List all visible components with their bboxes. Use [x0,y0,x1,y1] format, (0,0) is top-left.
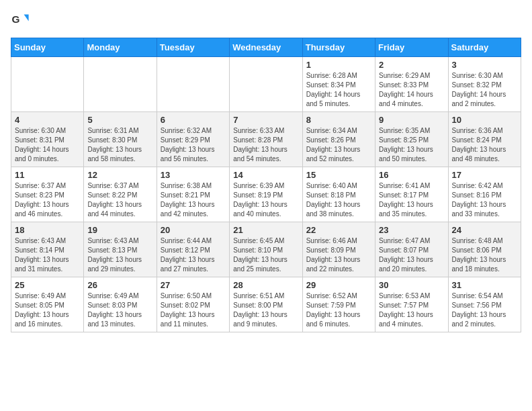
day-number: 20 [161,225,226,235]
day-info: Sunrise: 6:35 AM Sunset: 8:25 PM Dayligh… [379,126,444,164]
day-number: 4 [15,115,80,125]
calendar-day-cell: 7Sunrise: 6:33 AM Sunset: 8:28 PM Daylig… [230,112,302,167]
calendar-day-cell [230,57,302,112]
calendar-day-cell: 27Sunrise: 6:50 AM Sunset: 8:02 PM Dayli… [157,277,229,332]
calendar-day-header: Tuesday [157,38,229,57]
calendar-day-cell: 30Sunrise: 6:53 AM Sunset: 7:57 PM Dayli… [375,277,448,332]
calendar-day-cell: 22Sunrise: 6:46 AM Sunset: 8:09 PM Dayli… [302,222,375,277]
day-info: Sunrise: 6:37 AM Sunset: 8:22 PM Dayligh… [87,181,152,219]
calendar-day-header: Thursday [302,38,375,57]
day-number: 31 [452,280,517,290]
calendar-day-cell: 23Sunrise: 6:47 AM Sunset: 8:07 PM Dayli… [375,222,448,277]
calendar-day-cell: 17Sunrise: 6:42 AM Sunset: 8:16 PM Dayli… [448,167,521,222]
calendar-day-cell: 25Sunrise: 6:49 AM Sunset: 8:05 PM Dayli… [11,277,84,332]
calendar-day-cell: 18Sunrise: 6:43 AM Sunset: 8:14 PM Dayli… [11,222,84,277]
day-number: 27 [161,280,226,290]
calendar-day-cell: 26Sunrise: 6:49 AM Sunset: 8:03 PM Dayli… [84,277,157,332]
day-number: 26 [87,280,152,290]
day-info: Sunrise: 6:41 AM Sunset: 8:17 PM Dayligh… [379,181,444,219]
day-info: Sunrise: 6:31 AM Sunset: 8:30 PM Dayligh… [87,126,152,164]
day-info: Sunrise: 6:43 AM Sunset: 8:14 PM Dayligh… [15,236,80,274]
day-info: Sunrise: 6:47 AM Sunset: 8:07 PM Dayligh… [379,236,444,274]
day-info: Sunrise: 6:28 AM Sunset: 8:34 PM Dayligh… [306,71,371,109]
day-number: 23 [379,225,444,235]
calendar-day-header: Monday [84,38,157,57]
calendar-week-row: 4Sunrise: 6:30 AM Sunset: 8:31 PM Daylig… [11,112,521,167]
day-number: 21 [233,225,298,235]
calendar-day-cell: 29Sunrise: 6:52 AM Sunset: 7:59 PM Dayli… [302,277,375,332]
day-number: 15 [306,170,371,180]
calendar-day-cell: 10Sunrise: 6:36 AM Sunset: 8:24 PM Dayli… [448,112,521,167]
day-number: 24 [452,225,517,235]
day-number: 5 [87,115,152,125]
calendar-day-header: Sunday [11,38,84,57]
day-number: 8 [306,115,371,125]
calendar-day-cell: 9Sunrise: 6:35 AM Sunset: 8:25 PM Daylig… [375,112,448,167]
day-info: Sunrise: 6:30 AM Sunset: 8:32 PM Dayligh… [452,71,517,109]
calendar-day-cell: 6Sunrise: 6:32 AM Sunset: 8:29 PM Daylig… [157,112,229,167]
calendar-week-row: 11Sunrise: 6:37 AM Sunset: 8:23 PM Dayli… [11,167,521,222]
day-info: Sunrise: 6:54 AM Sunset: 7:56 PM Dayligh… [452,291,517,329]
day-info: Sunrise: 6:50 AM Sunset: 8:02 PM Dayligh… [161,291,226,329]
day-number: 25 [15,280,80,290]
day-info: Sunrise: 6:29 AM Sunset: 8:33 PM Dayligh… [379,71,444,109]
calendar-day-cell: 1Sunrise: 6:28 AM Sunset: 8:34 PM Daylig… [302,57,375,112]
day-info: Sunrise: 6:45 AM Sunset: 8:10 PM Dayligh… [233,236,298,274]
logo-icon: G [11,11,30,30]
day-info: Sunrise: 6:46 AM Sunset: 8:09 PM Dayligh… [306,236,371,274]
svg-marker-1 [24,15,29,21]
day-info: Sunrise: 6:43 AM Sunset: 8:13 PM Dayligh… [87,236,152,274]
day-number: 18 [15,225,80,235]
day-number: 2 [379,60,444,70]
day-number: 10 [452,115,517,125]
day-info: Sunrise: 6:33 AM Sunset: 8:28 PM Dayligh… [233,126,298,164]
calendar-week-row: 18Sunrise: 6:43 AM Sunset: 8:14 PM Dayli… [11,222,521,277]
calendar-day-cell: 4Sunrise: 6:30 AM Sunset: 8:31 PM Daylig… [11,112,84,167]
day-number: 6 [161,115,226,125]
day-info: Sunrise: 6:36 AM Sunset: 8:24 PM Dayligh… [452,126,517,164]
day-number: 12 [87,170,152,180]
day-info: Sunrise: 6:34 AM Sunset: 8:26 PM Dayligh… [306,126,371,164]
calendar-day-cell: 31Sunrise: 6:54 AM Sunset: 7:56 PM Dayli… [448,277,521,332]
day-number: 16 [379,170,444,180]
svg-text:G: G [11,13,19,25]
calendar-day-cell: 21Sunrise: 6:45 AM Sunset: 8:10 PM Dayli… [230,222,302,277]
day-number: 13 [161,170,226,180]
day-number: 9 [379,115,444,125]
calendar-day-cell: 20Sunrise: 6:44 AM Sunset: 8:12 PM Dayli… [157,222,229,277]
day-info: Sunrise: 6:53 AM Sunset: 7:57 PM Dayligh… [379,291,444,329]
day-number: 1 [306,60,371,70]
day-number: 11 [15,170,80,180]
day-info: Sunrise: 6:44 AM Sunset: 8:12 PM Dayligh… [161,236,226,274]
calendar-day-cell: 16Sunrise: 6:41 AM Sunset: 8:17 PM Dayli… [375,167,448,222]
calendar-day-cell [84,57,157,112]
day-info: Sunrise: 6:32 AM Sunset: 8:29 PM Dayligh… [161,126,226,164]
calendar-header-row: SundayMondayTuesdayWednesdayThursdayFrid… [11,38,521,57]
calendar-day-cell [157,57,229,112]
day-info: Sunrise: 6:30 AM Sunset: 8:31 PM Dayligh… [15,126,80,164]
day-info: Sunrise: 6:51 AM Sunset: 8:00 PM Dayligh… [233,291,298,329]
day-info: Sunrise: 6:42 AM Sunset: 8:16 PM Dayligh… [452,181,517,219]
calendar-day-cell: 2Sunrise: 6:29 AM Sunset: 8:33 PM Daylig… [375,57,448,112]
calendar-day-cell: 19Sunrise: 6:43 AM Sunset: 8:13 PM Dayli… [84,222,157,277]
calendar-day-cell: 5Sunrise: 6:31 AM Sunset: 8:30 PM Daylig… [84,112,157,167]
calendar-week-row: 1Sunrise: 6:28 AM Sunset: 8:34 PM Daylig… [11,57,521,112]
calendar-week-row: 25Sunrise: 6:49 AM Sunset: 8:05 PM Dayli… [11,277,521,332]
calendar-day-cell: 11Sunrise: 6:37 AM Sunset: 8:23 PM Dayli… [11,167,84,222]
calendar-day-cell: 13Sunrise: 6:38 AM Sunset: 8:21 PM Dayli… [157,167,229,222]
day-info: Sunrise: 6:37 AM Sunset: 8:23 PM Dayligh… [15,181,80,219]
day-info: Sunrise: 6:40 AM Sunset: 8:18 PM Dayligh… [306,181,371,219]
calendar-day-cell: 3Sunrise: 6:30 AM Sunset: 8:32 PM Daylig… [448,57,521,112]
day-info: Sunrise: 6:39 AM Sunset: 8:19 PM Dayligh… [233,181,298,219]
day-number: 22 [306,225,371,235]
calendar-table: SundayMondayTuesdayWednesdayThursdayFrid… [11,38,521,332]
day-info: Sunrise: 6:49 AM Sunset: 8:05 PM Dayligh… [15,291,80,329]
calendar-day-cell: 28Sunrise: 6:51 AM Sunset: 8:00 PM Dayli… [230,277,302,332]
calendar-day-header: Friday [375,38,448,57]
day-info: Sunrise: 6:48 AM Sunset: 8:06 PM Dayligh… [452,236,517,274]
day-info: Sunrise: 6:38 AM Sunset: 8:21 PM Dayligh… [161,181,226,219]
calendar-day-cell [11,57,84,112]
calendar-day-cell: 15Sunrise: 6:40 AM Sunset: 8:18 PM Dayli… [302,167,375,222]
day-number: 28 [233,280,298,290]
calendar-day-cell: 24Sunrise: 6:48 AM Sunset: 8:06 PM Dayli… [448,222,521,277]
